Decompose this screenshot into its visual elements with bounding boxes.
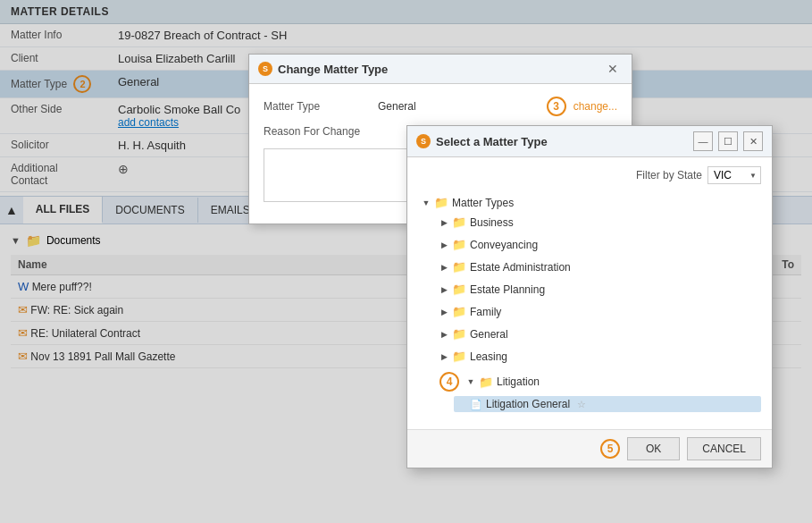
family-label: Family — [470, 306, 501, 318]
tree-row-litigation-general[interactable]: 📄 Litigation General ☆ — [454, 396, 761, 412]
window-controls: — ☐ ✕ — [693, 131, 763, 151]
select-matter-title: Select a Matter Type — [436, 135, 548, 148]
tree-row-estate-planning[interactable]: ▶ 📁 Estate Planning — [436, 281, 761, 298]
estate-planning-label: Estate Planning — [470, 283, 545, 296]
select-matter-content: Filter by State VIC NSW QLD SA WA TAS NT… — [407, 157, 772, 429]
leasing-arrow: ▶ — [439, 352, 448, 361]
litigation-folder-icon: 📁 — [479, 375, 493, 389]
root-label: Matter Types — [452, 197, 514, 209]
conveyancing-folder-icon: 📁 — [452, 238, 466, 251]
step-4-badge: 4 — [439, 372, 459, 392]
litigation-label: Litigation — [497, 375, 540, 388]
lit-gen-doc-icon: 📄 — [470, 399, 482, 410]
tree-item-estate-admin: ▶ 📁 Estate Administration — [436, 256, 761, 278]
estate-planning-folder-icon: 📁 — [452, 283, 466, 296]
change-matter-titlebar: S Change Matter Type ✕ — [249, 55, 632, 84]
change-matter-type-label: Matter Type — [264, 100, 371, 113]
general-label: General — [470, 328, 508, 341]
step-5-badge: 5 — [600, 439, 620, 459]
filter-select-wrapper: VIC NSW QLD SA WA TAS NT ACT — [707, 166, 761, 184]
tree-item-litigation-general: 📄 Litigation General ☆ — [454, 393, 761, 415]
change-matter-type-row: Matter Type General 3 change... — [264, 97, 617, 116]
tree-row-leasing[interactable]: ▶ 📁 Leasing — [436, 348, 761, 365]
tree-item-conveyancing: ▶ 📁 Conveyancing — [436, 233, 761, 256]
litigation-children: 📄 Litigation General ☆ — [436, 393, 761, 415]
change-matter-link[interactable]: change... — [573, 100, 617, 113]
general-folder-icon: 📁 — [452, 327, 466, 341]
smokeware-logo-2: S — [416, 134, 431, 148]
maximize-button[interactable]: ☐ — [718, 131, 738, 151]
litigation-arrow: ▼ — [466, 377, 475, 386]
tree-item-family: ▶ 📁 Family — [436, 300, 761, 323]
step-3-badge: 3 — [547, 97, 566, 116]
estate-admin-arrow: ▶ — [439, 263, 448, 272]
tree-root: ▼ 📁 Matter Types ▶ 📁 Business ▶ — [418, 191, 761, 420]
minimize-button[interactable]: — — [693, 131, 713, 151]
star-icon: ☆ — [577, 399, 586, 410]
root-arrow: ▼ — [422, 198, 431, 207]
estate-admin-folder-icon: 📁 — [452, 260, 466, 274]
change-matter-title: Change Matter Type — [278, 63, 388, 76]
tree-row-business[interactable]: ▶ 📁 Business — [436, 214, 761, 231]
filter-label: Filter by State — [636, 169, 702, 181]
leasing-label: Leasing — [470, 350, 507, 363]
tree-root-row[interactable]: ▼ 📁 Matter Types — [418, 194, 761, 211]
smokeware-logo: S — [258, 62, 272, 76]
reason-label: Reason For Change — [264, 125, 371, 138]
tree-children-root: ▶ 📁 Business ▶ 📁 Conveyancing — [418, 211, 761, 418]
tree-item-leasing: ▶ 📁 Leasing — [436, 345, 761, 367]
change-matter-title-left: S Change Matter Type — [258, 62, 388, 76]
business-label: Business — [470, 216, 514, 229]
filter-state-select[interactable]: VIC NSW QLD SA WA TAS NT ACT — [707, 166, 761, 184]
select-matter-dialog: S Select a Matter Type — ☐ ✕ Filter by S… — [406, 125, 773, 468]
leasing-folder-icon: 📁 — [452, 350, 466, 363]
business-arrow: ▶ — [439, 218, 448, 227]
tree-item-general: ▶ 📁 General — [436, 323, 761, 345]
select-matter-title-left: S Select a Matter Type — [416, 134, 548, 148]
conveyancing-label: Conveyancing — [470, 239, 538, 251]
filter-row: Filter by State VIC NSW QLD SA WA TAS NT… — [418, 166, 761, 184]
litigation-general-label: Litigation General — [486, 398, 570, 410]
estate-planning-arrow: ▶ — [439, 285, 448, 294]
tree-item-business: ▶ 📁 Business — [436, 211, 761, 233]
select-matter-close-button[interactable]: ✕ — [743, 131, 763, 151]
conveyancing-arrow: ▶ — [439, 240, 448, 249]
family-arrow: ▶ — [439, 308, 448, 316]
tree-row-estate-admin[interactable]: ▶ 📁 Estate Administration — [436, 258, 761, 275]
family-folder-icon: 📁 — [452, 305, 466, 318]
change-matter-close-button[interactable]: ✕ — [603, 60, 623, 78]
business-folder-icon: 📁 — [452, 215, 466, 229]
select-matter-titlebar: S Select a Matter Type — ☐ ✕ — [407, 126, 772, 157]
estate-admin-label: Estate Administration — [470, 261, 571, 274]
tree-row-conveyancing[interactable]: ▶ 📁 Conveyancing — [436, 236, 761, 253]
tree-item-litigation: 4 ▼ 📁 Litigation 📄 Litigation General — [436, 367, 761, 418]
select-matter-footer: 5 OK CANCEL — [407, 429, 772, 468]
ok-button[interactable]: OK — [627, 437, 680, 460]
tree-row-general[interactable]: ▶ 📁 General — [436, 325, 761, 342]
root-folder-icon: 📁 — [434, 196, 448, 209]
cancel-button[interactable]: CANCEL — [687, 437, 761, 460]
change-matter-type-value: General — [378, 100, 416, 113]
tree-item-estate-planning: ▶ 📁 Estate Planning — [436, 278, 761, 300]
tree-row-litigation[interactable]: 4 ▼ 📁 Litigation — [436, 370, 761, 393]
tree-row-family[interactable]: ▶ 📁 Family — [436, 303, 761, 320]
general-arrow: ▶ — [439, 330, 448, 339]
matter-type-tree: ▼ 📁 Matter Types ▶ 📁 Business ▶ — [418, 191, 761, 420]
